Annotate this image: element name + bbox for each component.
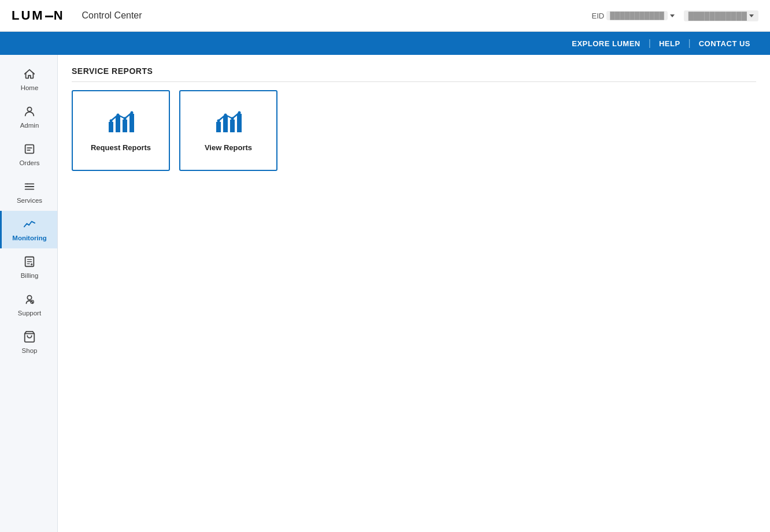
svg-point-29: [231, 117, 234, 120]
svg-rect-24: [223, 116, 228, 132]
sidebar-item-monitoring[interactable]: Monitoring: [0, 211, 57, 248]
svg-point-0: [27, 107, 31, 111]
services-icon: [23, 180, 36, 195]
top-bar: LUMN Control Center EID ███████████ ████…: [0, 0, 770, 32]
sidebar-item-monitoring-label: Monitoring: [12, 235, 46, 241]
svg-rect-23: [216, 122, 221, 132]
svg-point-30: [238, 111, 241, 114]
sidebar-item-services[interactable]: Services: [0, 173, 57, 211]
svg-point-19: [110, 120, 113, 122]
main-layout: Home Admin Orders Services Monitoring: [0, 55, 770, 532]
svg-rect-1: [25, 145, 34, 154]
sidebar: Home Admin Orders Services Monitoring: [0, 55, 58, 532]
sidebar-item-admin-label: Admin: [20, 122, 39, 129]
content-area: SERVICE REPORTS: [58, 55, 770, 532]
view-reports-card[interactable]: View Reports: [179, 90, 277, 171]
svg-rect-15: [109, 122, 113, 132]
eid-dropdown[interactable]: EID ███████████: [591, 11, 674, 20]
request-reports-label: Request Reports: [91, 143, 151, 152]
billing-icon: [23, 255, 36, 270]
svg-rect-18: [129, 114, 134, 132]
view-reports-label: View Reports: [205, 143, 252, 152]
request-reports-chart-icon: [106, 109, 135, 137]
svg-point-12: [27, 296, 31, 300]
sidebar-item-admin[interactable]: Admin: [0, 98, 57, 136]
user-value: ███████████: [688, 12, 747, 20]
sidebar-item-shop[interactable]: Shop: [0, 323, 57, 361]
svg-point-28: [224, 114, 227, 117]
svg-rect-26: [237, 114, 242, 132]
cards-row: Request Reports: [72, 90, 756, 171]
svg-rect-25: [230, 120, 235, 132]
sidebar-item-shop-label: Shop: [22, 347, 38, 354]
sidebar-item-orders-label: Orders: [19, 159, 39, 166]
sidebar-item-billing-label: Billing: [21, 272, 39, 279]
request-reports-card[interactable]: Request Reports: [72, 90, 170, 171]
home-icon: [23, 68, 36, 82]
svg-point-20: [117, 114, 120, 117]
svg-rect-17: [123, 120, 127, 132]
sidebar-item-support-label: Support: [18, 310, 41, 317]
support-icon: [23, 293, 36, 307]
sidebar-item-billing[interactable]: Billing: [0, 248, 57, 286]
svg-point-27: [217, 120, 220, 122]
contact-us-link[interactable]: CONTACT US: [691, 39, 758, 48]
monitoring-icon: [23, 218, 36, 232]
svg-point-22: [131, 111, 134, 114]
sidebar-item-services-label: Services: [17, 197, 42, 204]
eid-value: ███████████: [606, 11, 668, 20]
lumen-logo: LUMN: [12, 8, 65, 23]
eid-label: EID: [591, 12, 604, 20]
view-reports-chart-icon: [214, 109, 243, 137]
svg-point-21: [124, 117, 127, 120]
eid-chevron-icon: [670, 14, 675, 17]
blue-nav-bar: EXPLORE LUMEN | HELP | CONTACT US: [0, 32, 770, 55]
user-chevron-icon: [749, 14, 754, 17]
top-right-controls: EID ███████████ ███████████: [591, 10, 758, 21]
shop-icon: [23, 330, 36, 345]
sidebar-item-home-label: Home: [21, 84, 39, 91]
sidebar-item-home[interactable]: Home: [0, 61, 57, 98]
section-title: SERVICE REPORTS: [72, 66, 756, 82]
svg-rect-16: [116, 116, 120, 132]
app-title: Control Center: [82, 10, 142, 21]
explore-lumen-link[interactable]: EXPLORE LUMEN: [564, 39, 648, 48]
admin-icon: [23, 105, 36, 120]
sidebar-item-orders[interactable]: Orders: [0, 136, 57, 173]
orders-icon: [23, 143, 36, 157]
sidebar-item-support[interactable]: Support: [0, 286, 57, 323]
user-dropdown[interactable]: ███████████: [684, 10, 758, 21]
help-link[interactable]: HELP: [651, 39, 688, 48]
